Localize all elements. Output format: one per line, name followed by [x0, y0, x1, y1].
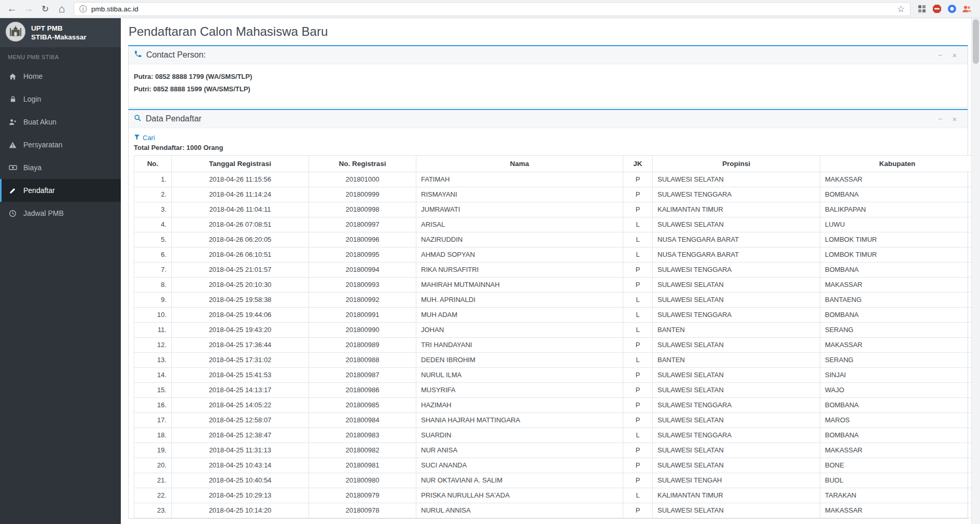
- table-cell: 201800984: [309, 413, 416, 428]
- table-cell: SULAWESI SELATAN: [653, 172, 820, 187]
- table-cell: BOMBANA: [820, 398, 972, 413]
- sidebar-item-buat-akun[interactable]: Buat Akun: [0, 111, 121, 133]
- table-cell: SULAWESI SELATAN: [653, 503, 820, 518]
- table-cell: 9.: [134, 293, 172, 308]
- table-row: 17.2018-04-25 12:58:07201800984SHANIA HA…: [134, 413, 972, 428]
- table-cell: 201800980: [309, 473, 416, 488]
- table-cell: P: [623, 278, 653, 293]
- table-cell: TARAKAN: [820, 488, 972, 503]
- table-cell: MAKASSAR: [820, 338, 972, 353]
- extension-icons: [916, 4, 976, 14]
- table-cell: NUSA TENGGARA BARAT: [653, 247, 820, 263]
- table-cell: 10.: [134, 308, 172, 323]
- table-cell: MUSYRIFA: [416, 383, 623, 398]
- table-cell: RIKA NURSAFITRI: [416, 263, 623, 278]
- table-cell: 201800995: [309, 247, 416, 263]
- collapse-icon[interactable]: [936, 51, 944, 60]
- table-cell: 2018-04-25 10:29:13: [172, 488, 309, 503]
- blue-extension-icon[interactable]: [947, 4, 957, 14]
- table-cell: SULAWESI SELATAN: [653, 338, 820, 353]
- scrollbar-thumb[interactable]: [973, 19, 979, 64]
- table-cell: MUH ADAM: [416, 308, 623, 323]
- table-cell: P: [623, 368, 653, 383]
- table-cell: MAROS: [820, 413, 972, 428]
- close-icon[interactable]: [951, 51, 958, 60]
- column-header-5: Propinsi: [653, 156, 820, 172]
- brand-line2: STIBA-Makassar: [31, 33, 87, 42]
- sidebar-item-pendaftar[interactable]: Pendaftar: [0, 179, 121, 202]
- table-cell: MAKASSAR: [820, 443, 972, 458]
- table-row: 22.2018-04-25 10:29:13201800979PRISKA NU…: [134, 488, 972, 503]
- table-cell: 14.: [134, 368, 172, 383]
- browser-toolbar: pmb.stiba.ac.id: [0, 0, 980, 18]
- contact-line-putra: Putra: 0852 8888 1799 (WA/SMS/TLP): [134, 71, 962, 82]
- browser-home-icon[interactable]: [54, 1, 69, 17]
- page-scrollbar[interactable]: [971, 18, 980, 524]
- table-row: 16.2018-04-25 14:05:22201800985HAZIMAHPS…: [134, 398, 972, 413]
- table-row: 20.2018-04-25 10:43:14201800981SUCI ANAN…: [134, 458, 972, 473]
- lock-icon: [8, 95, 17, 103]
- table-row: 5.2018-04-26 06:20:05201800996NAZIRUDDIN…: [134, 232, 972, 247]
- clock-icon: [8, 210, 17, 217]
- table-cell: P: [623, 473, 653, 488]
- table-cell: 201800990: [309, 323, 416, 338]
- sidebar-item-persyaratan[interactable]: Persyaratan: [0, 133, 121, 156]
- table-cell: SERANG: [820, 323, 972, 338]
- warning-icon: [8, 141, 17, 149]
- brand: UPT PMB STIBA-Makassar: [0, 18, 121, 47]
- collapse-icon[interactable]: [936, 115, 944, 123]
- table-cell: SULAWESI SELATAN: [653, 413, 820, 428]
- cari-filter-link[interactable]: Cari: [134, 134, 155, 142]
- table-row: 11.2018-04-25 19:43:20201800990JOHANLBAN…: [134, 323, 972, 338]
- table-row: 7.2018-04-25 21:01:57201800994RIKA NURSA…: [134, 263, 972, 278]
- table-cell: 201800989: [309, 338, 416, 353]
- table-row: 4.2018-04-26 07:08:51201800997ARISALLSUL…: [134, 217, 972, 232]
- table-row: 15.2018-04-25 14:13:17201800986MUSYRIFAP…: [134, 383, 972, 398]
- extensions-grid-icon[interactable]: [917, 4, 927, 14]
- table-cell: MUH. APRINALDI: [416, 293, 623, 308]
- table-cell: P: [623, 202, 653, 217]
- contact-panel-body: Putra: 0852 8888 1799 (WA/SMS/TLP) Putri…: [129, 64, 968, 107]
- table-cell: BOMBANA: [820, 308, 972, 323]
- total-pendaftar-label: Total Pendaftar: 1000 Orang: [134, 144, 962, 151]
- table-cell: NUSA TENGGARA BARAT: [653, 232, 820, 247]
- table-cell: 22.: [134, 488, 172, 503]
- profiles-icon[interactable]: [962, 4, 972, 14]
- table-row: 1.2018-04-26 11:15:56201801000FATIMAHPSU…: [134, 172, 972, 187]
- column-header-0: No.: [134, 156, 172, 172]
- sidebar-item-biaya[interactable]: Biaya: [0, 156, 121, 179]
- table-cell: SULAWESI TENGAH: [653, 473, 820, 488]
- table-cell: 201800987: [309, 368, 416, 383]
- table-body: 1.2018-04-26 11:15:56201801000FATIMAHPSU…: [134, 172, 972, 518]
- close-icon[interactable]: [951, 115, 958, 123]
- table-cell: 201800978: [309, 503, 416, 518]
- table-cell: 21.: [134, 473, 172, 488]
- table-row: 19.2018-04-25 11:31:13201800982NUR ANISA…: [134, 443, 972, 458]
- table-row: 2.2018-04-26 11:14:24201800999RISMAYANIP…: [134, 187, 972, 202]
- reload-icon[interactable]: [37, 1, 53, 17]
- back-icon[interactable]: [4, 1, 20, 17]
- table-cell: 18.: [134, 428, 172, 443]
- sidebar-item-jadwal-pmb[interactable]: Jadwal PMB: [0, 202, 121, 225]
- forward-icon[interactable]: [21, 1, 36, 17]
- sidebar-item-login[interactable]: Login: [0, 88, 121, 111]
- sidebar-item-label: Pendaftar: [23, 186, 55, 195]
- address-bar[interactable]: pmb.stiba.ac.id: [74, 2, 911, 16]
- page-info-icon[interactable]: [79, 4, 87, 14]
- table-cell: PRISKA NURULLAH SA'ADA: [416, 488, 623, 503]
- table-row: 6.2018-04-26 06:10:51201800995AHMAD SOPY…: [134, 247, 972, 263]
- table-cell: SULAWESI TENGGARA: [653, 187, 820, 202]
- bookmark-star-icon[interactable]: [897, 4, 905, 15]
- sidebar-item-home[interactable]: Home: [0, 65, 121, 88]
- url-text[interactable]: pmb.stiba.ac.id: [91, 5, 892, 13]
- sidebar: UPT PMB STIBA-Makassar MENU PMB STIBA Ho…: [0, 18, 121, 524]
- column-header-4: JK: [623, 156, 653, 172]
- table-cell: BOMBANA: [820, 187, 972, 202]
- table-cell: NUR ANISA: [416, 443, 623, 458]
- table-cell: 201800993: [309, 278, 416, 293]
- adblock-icon[interactable]: [932, 4, 942, 14]
- table-row: 23.2018-04-25 10:14:20201800978NURUL ANN…: [134, 503, 972, 518]
- table-cell: NURUL ANNISA: [416, 503, 623, 518]
- table-cell: KALIMANTAN TIMUR: [653, 202, 820, 217]
- table-cell: L: [623, 323, 653, 338]
